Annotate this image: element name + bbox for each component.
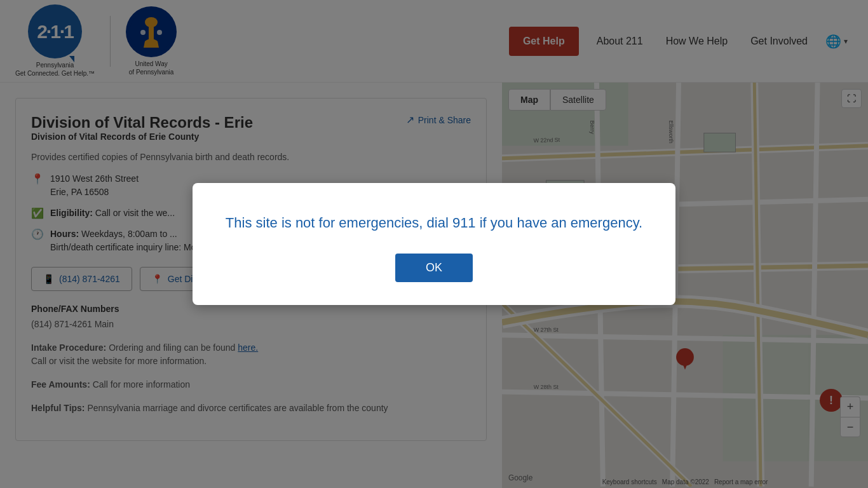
modal-overlay[interactable]: This site is not for emergencies, dial 9…: [0, 0, 868, 488]
modal-message: This site is not for emergencies, dial 9…: [218, 214, 650, 233]
emergency-modal: This site is not for emergencies, dial 9…: [193, 183, 675, 305]
modal-ok-button[interactable]: OK: [395, 254, 473, 282]
